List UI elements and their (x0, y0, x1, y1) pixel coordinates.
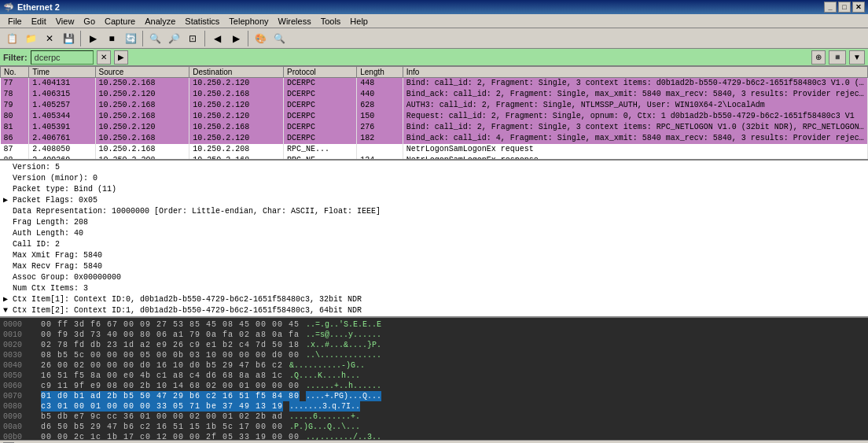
tree-item[interactable]: Call ID: 2 (3, 239, 865, 250)
filter-apply-button[interactable]: ▶ (114, 50, 128, 65)
table-row[interactable]: 781.40631510.250.2.12010.250.2.168DCERPC… (1, 89, 868, 100)
filter-save-button[interactable]: ▼ (849, 50, 865, 65)
hex-bytes: 16 51 f5 8a 00 e0 4b c1 a8 c4 d6 68 8a a… (41, 371, 283, 381)
packet-list[interactable]: No.TimeSourceDestinationProtocolLengthIn… (0, 66, 868, 161)
tree-item[interactable]: Max Xmit Frag: 5840 (3, 250, 865, 261)
tree-expander[interactable]: ▶ (3, 294, 13, 305)
col-header-protocol[interactable]: Protocol (284, 67, 357, 78)
tree-item[interactable]: Data Representation: 10000000 [Order: Li… (3, 206, 865, 217)
menu-item-statistics[interactable]: Statistics (180, 15, 224, 28)
tree-item[interactable]: ▶Packet Flags: 0x05 (3, 195, 865, 206)
zoom-out-button[interactable]: 🔎 (165, 30, 182, 47)
table-cell-info: Bind_ack: call_id: 2, Fragment: Single, … (403, 89, 867, 100)
table-cell-protocol: DCERPC (284, 122, 357, 133)
table-cell-protocol: DCERPC (284, 133, 357, 144)
filter-options-button[interactable]: ⊕ (811, 50, 826, 65)
tree-panel[interactable]: Version: 5 Version (minor): 0 Packet typ… (0, 161, 868, 318)
menu-item-wireless[interactable]: Wireless (274, 15, 316, 28)
menu-item-tools[interactable]: Tools (316, 15, 346, 28)
new-capture-button[interactable]: 📋 (3, 30, 20, 47)
stop-capture-button[interactable]: ■ (103, 30, 120, 47)
tree-item[interactable]: ▼Ctx Item[2]: Context ID:1, d0b1ad2b-b55… (3, 305, 865, 316)
table-row[interactable]: 791.40525710.250.2.16810.250.2.120DCERPC… (1, 100, 868, 111)
hex-ascii: .....6.......+. (289, 412, 360, 422)
filter-clear-button[interactable]: ✕ (97, 50, 111, 65)
tree-item[interactable]: Max Recv Frag: 5840 (3, 261, 865, 272)
table-cell-destination: 10.250.2.120 (189, 111, 284, 122)
separator-2 (142, 31, 143, 46)
title-bar: 🦈 Ethernet 2 _ □ ✕ (0, 0, 868, 14)
toolbar: 📋 📁 ✕ 💾 ▶ ■ 🔄 🔍 🔎 ⊡ ◀ ▶ 🎨 🔍 (0, 28, 868, 49)
status-bar: 💡 Abstract Syntax (dcerpc.cn_bind_abstra… (0, 440, 868, 443)
menu-item-file[interactable]: File (3, 15, 27, 28)
open-button[interactable]: 📁 (22, 30, 39, 47)
hex-panel[interactable]: 000000 ff 3d f6 67 00 09 27 53 85 45 08 … (0, 318, 868, 440)
hex-ascii: .x..#...&....}P. (306, 340, 381, 350)
table-cell-no: 77 (1, 78, 29, 89)
tree-item[interactable]: Assoc Group: 0x00000000 (3, 272, 865, 283)
table-row[interactable]: 882.40926910.250.2.20810.250.2.168RPC_NE… (1, 155, 868, 161)
menu-item-help[interactable]: Help (345, 15, 373, 28)
tree-item[interactable]: Num Ctx Items: 3 (3, 283, 865, 294)
maximize-button[interactable]: □ (838, 2, 851, 13)
tree-item[interactable]: Auth Length: 40 (3, 228, 865, 239)
save-button[interactable]: 💾 (60, 30, 77, 47)
hex-ascii: ..=s@....y...... (306, 330, 381, 340)
table-cell-protocol: RPC_NE... (284, 144, 357, 155)
hex-row: 0090b5 db e7 9c cc 36 01 00 00 02 00 01 … (3, 412, 865, 422)
tree-expander[interactable]: ▼ (3, 305, 13, 316)
tree-item[interactable]: Version: 5 (3, 162, 865, 173)
find-button[interactable]: 🔍 (270, 30, 288, 47)
separator-1 (80, 31, 81, 46)
hex-row: 004026 00 02 00 00 00 d0 16 10 d0 b5 29 … (3, 360, 865, 371)
menu-item-telephony[interactable]: Telephony (224, 15, 273, 28)
tree-item-text: Auth Length: 40 (13, 228, 865, 239)
col-header-destination[interactable]: Destination (189, 67, 284, 78)
menu-item-view[interactable]: View (51, 15, 79, 28)
table-cell-source: 10.250.2.168 (95, 78, 189, 89)
table-cell-time: 2.406761 (29, 133, 95, 144)
zoom-in-button[interactable]: 🔍 (146, 30, 164, 47)
color-button[interactable]: 🎨 (252, 30, 269, 47)
col-header-info[interactable]: Info (403, 67, 867, 78)
forward-button[interactable]: ▶ (227, 30, 245, 47)
tree-item[interactable]: Frag Length: 208 (3, 217, 865, 228)
table-row[interactable]: 811.40539110.250.2.12010.250.2.168DCERPC… (1, 122, 868, 133)
tree-item-text: Num Ctx Items: 3 (13, 283, 865, 294)
tree-item-text: Packet type: Bind (11) (13, 184, 865, 195)
table-row[interactable]: 862.40676110.250.2.16810.250.2.120DCERPC… (1, 133, 868, 144)
tree-item[interactable]: Version (minor): 0 (3, 173, 865, 184)
hex-bytes: d6 50 b5 29 47 b6 c2 16 51 15 1b 5c 17 0… (41, 422, 283, 432)
back-button[interactable]: ◀ (208, 30, 226, 47)
minimize-button[interactable]: _ (824, 2, 837, 13)
table-row[interactable]: 801.40534410.250.2.16810.250.2.120DCERPC… (1, 111, 868, 122)
zoom-fit-button[interactable]: ⊡ (184, 30, 201, 47)
col-header-time[interactable]: Time (29, 67, 95, 78)
table-cell-source: 10.250.2.168 (95, 100, 189, 111)
hex-bytes: b5 db e7 9c cc 36 01 00 00 02 00 01 02 2… (41, 412, 283, 422)
start-capture-button[interactable]: ▶ (84, 30, 101, 47)
close-button[interactable]: ✕ (852, 2, 865, 13)
filter-bookmark-button[interactable]: ◾ (829, 50, 846, 65)
tree-expander[interactable]: ▶ (3, 195, 13, 206)
table-cell-info: AUTH3: call_id: 2, Fragment: Single, NTL… (403, 100, 867, 111)
col-header-no[interactable]: No. (1, 67, 29, 78)
table-row[interactable]: 872.40805010.250.2.16810.250.2.208RPC_NE… (1, 144, 868, 155)
col-header-length[interactable]: Length (357, 67, 403, 78)
tree-item-text: Max Recv Frag: 5840 (13, 261, 865, 272)
hex-row: 005016 51 f5 8a 00 e0 4b c1 a8 c4 d6 68 … (3, 371, 865, 381)
menu-item-capture[interactable]: Capture (100, 15, 140, 28)
menu-item-go[interactable]: Go (79, 15, 100, 28)
restart-button[interactable]: 🔄 (122, 30, 139, 47)
table-cell-length: 628 (357, 100, 403, 111)
hex-offset: 0000 (3, 319, 35, 330)
table-row[interactable]: 771.40413110.250.2.16810.250.2.120DCERPC… (1, 78, 868, 89)
filter-bar: Filter: dcerpc ✕ ▶ ⊕ ◾ ▼ (0, 49, 868, 66)
menu-item-edit[interactable]: Edit (27, 15, 51, 28)
tree-item[interactable]: ▶Ctx Item[1]: Context ID:0, d0b1ad2b-b55… (3, 294, 865, 305)
close-button-tb[interactable]: ✕ (41, 30, 58, 47)
hex-offset: 0060 (3, 381, 35, 391)
col-header-source[interactable]: Source (95, 67, 189, 78)
tree-item[interactable]: Packet type: Bind (11) (3, 184, 865, 195)
menu-item-analyze[interactable]: Analyze (140, 15, 180, 28)
